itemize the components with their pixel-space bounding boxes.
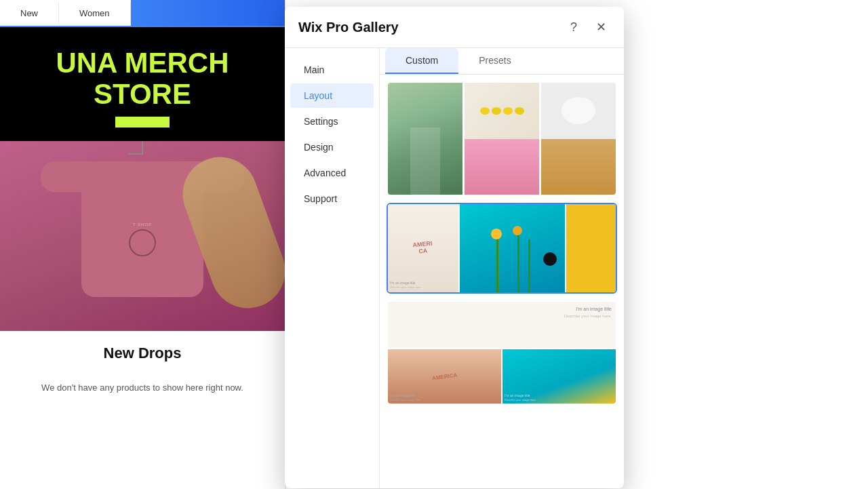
- wix-pro-gallery-modal: Wix Pro Gallery ? ✕ Main Layout Settings…: [285, 7, 624, 488]
- modal-title: Wix Pro Gallery: [298, 20, 399, 35]
- close-button[interactable]: ✕: [591, 18, 610, 37]
- store-header: UNA MERCHSTORE: [0, 27, 285, 141]
- sidebar-item-main[interactable]: Main: [290, 58, 374, 82]
- modal-content: Custom Presets: [380, 48, 624, 488]
- no-products-text: We don't have any products to show here …: [0, 376, 285, 399]
- sidebar-item-advanced[interactable]: Advanced: [290, 161, 374, 185]
- shop-button[interactable]: [115, 117, 170, 128]
- new-drops-title: New Drops: [0, 331, 285, 376]
- modal-sidebar: Main Layout Settings Design Advanced Sup…: [285, 48, 380, 488]
- store-title: UNA MERCHSTORE: [14, 47, 271, 110]
- sidebar-item-settings[interactable]: Settings: [290, 109, 374, 134]
- product-image: T SHOP: [0, 141, 285, 331]
- modal-header: Wix Pro Gallery ? ✕: [285, 7, 624, 48]
- gallery-item-1[interactable]: [387, 81, 617, 196]
- gallery-cell-lemons: [465, 83, 539, 195]
- sidebar-item-design[interactable]: Design: [290, 135, 374, 159]
- nav-bar: New Women: [0, 0, 285, 27]
- tab-presets[interactable]: Presets: [458, 48, 531, 74]
- gallery-item-3[interactable]: I'm an image title Describe your image h…: [387, 300, 617, 405]
- website-preview: New Women UNA MERCHSTORE T SHOP New: [0, 0, 285, 489]
- nav-item-women[interactable]: Women: [59, 3, 131, 24]
- modal-tabs: Custom Presets: [380, 48, 624, 75]
- gallery-cell-dog: [541, 83, 616, 195]
- sidebar-item-support[interactable]: Support: [290, 187, 374, 211]
- gallery-item-2[interactable]: AMERICA I'm an image titleDescribe your …: [387, 203, 617, 294]
- modal-header-icons: ? ✕: [564, 18, 610, 37]
- sidebar-item-layout[interactable]: Layout: [290, 83, 374, 108]
- modal-gallery[interactable]: AMERICA I'm an image titleDescribe your …: [380, 75, 624, 488]
- modal-body: Main Layout Settings Design Advanced Sup…: [285, 48, 624, 488]
- tab-custom[interactable]: Custom: [385, 48, 458, 74]
- nav-item-new[interactable]: New: [0, 3, 59, 24]
- help-button[interactable]: ?: [564, 18, 583, 37]
- gallery-cell-corridor: [388, 83, 462, 195]
